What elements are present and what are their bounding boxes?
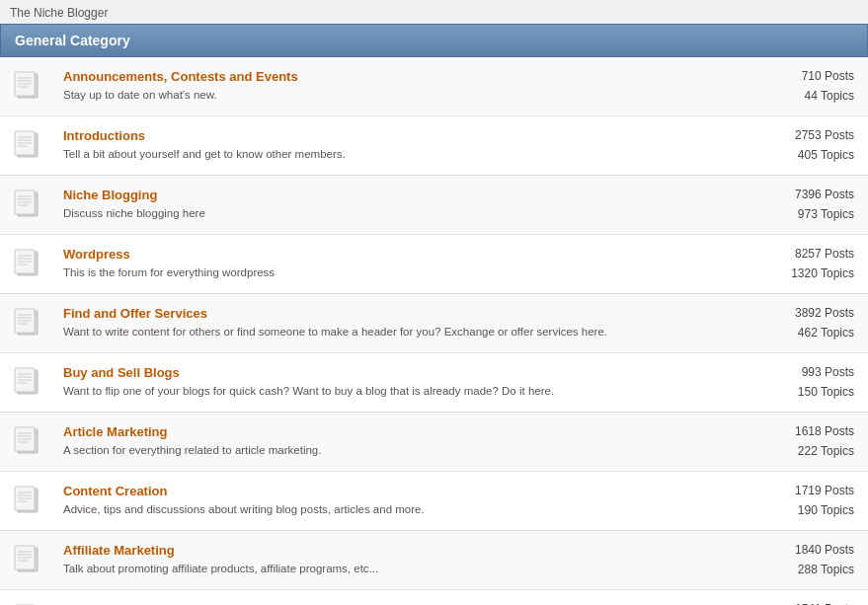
- forum-posts-count: 1840 Posts: [757, 541, 854, 560]
- site-title: The Niche Blogger: [0, 0, 868, 24]
- forum-posts-count: 3892 Posts: [757, 304, 854, 323]
- forum-icon-cell: [0, 294, 55, 353]
- forum-stats-cell: 3892 Posts462 Topics: [750, 294, 868, 353]
- forum-icon: [10, 67, 45, 103]
- forum-icon: [10, 186, 45, 221]
- forum-info-cell: Find and Offer ServicesWant to write con…: [55, 294, 750, 353]
- forum-icon-cell: [0, 531, 55, 590]
- forum-title-link[interactable]: Article Marketing: [63, 424, 167, 439]
- forum-row: Affiliate MarketingTalk about promoting …: [0, 531, 868, 590]
- forum-stats-cell: 1840 Posts288 Topics: [750, 531, 868, 590]
- forum-posts-count: 7396 Posts: [757, 186, 854, 204]
- forum-icon: [10, 482, 45, 517]
- forum-icon: [10, 304, 45, 340]
- forum-description: Tell a bit about yourself and get to kno…: [63, 146, 742, 162]
- forum-row: WordpressThis is the forum for everythin…: [0, 235, 868, 294]
- forum-stats-cell: 8257 Posts1320 Topics: [750, 235, 868, 294]
- forum-title-link[interactable]: Buy and Sell Blogs: [63, 365, 180, 380]
- forum-posts-count: 1541 Posts: [757, 600, 854, 605]
- forum-description: Discuss niche blogging here: [63, 205, 742, 221]
- forum-icon: [10, 245, 45, 280]
- forum-posts-count: 710 Posts: [757, 67, 854, 86]
- forum-row: Niche BloggingDiscuss niche blogging her…: [0, 176, 868, 235]
- forum-icon: [10, 126, 45, 162]
- forum-posts-count: 8257 Posts: [757, 245, 854, 264]
- forum-description: Advice, tips and discussions about writi…: [63, 501, 742, 517]
- forum-info-cell: WordpressThis is the forum for everythin…: [55, 235, 750, 294]
- forum-icon-cell: [0, 57, 55, 116]
- forum-info-cell: IntroductionsTell a bit about yourself a…: [55, 116, 750, 176]
- forum-info-cell: Content CreationAdvice, tips and discuss…: [55, 472, 750, 531]
- forum-info-cell: Niche BloggingDiscuss niche blogging her…: [55, 176, 750, 235]
- forum-topics-count: 288 Topics: [757, 561, 854, 579]
- forum-stats-cell: 1541 Posts186 Topics: [750, 590, 868, 606]
- forum-stats-cell: 2753 Posts405 Topics: [750, 116, 868, 176]
- forum-icon: [10, 541, 45, 576]
- forum-stats-cell: 710 Posts44 Topics: [750, 57, 868, 116]
- forum-topics-count: 1320 Topics: [757, 265, 854, 283]
- forum-row: Buy and Sell BlogsWant to flip one of yo…: [0, 353, 868, 413]
- forum-topics-count: 44 Topics: [757, 87, 854, 106]
- forum-title-link[interactable]: Content Creation: [63, 484, 167, 498]
- forum-description: A section for everything related to arti…: [63, 442, 742, 458]
- forum-topics-count: 405 Topics: [757, 146, 854, 165]
- forum-stats-cell: 7396 Posts973 Topics: [750, 176, 868, 235]
- forum-table: Announcements, Contests and EventsStay u…: [0, 57, 868, 605]
- forum-info-cell: Affiliate MarketingTalk about promoting …: [55, 531, 750, 590]
- forum-stats-cell: 1618 Posts222 Topics: [750, 413, 868, 472]
- forum-icon: [10, 363, 45, 399]
- forum-icon-cell: [0, 472, 55, 531]
- forum-posts-count: 1618 Posts: [757, 422, 854, 441]
- forum-title-link[interactable]: Introductions: [63, 128, 145, 143]
- forum-info-cell: Blog Traffic – Get More VisitorsDiscussi…: [55, 590, 750, 606]
- forum-topics-count: 190 Topics: [757, 501, 854, 520]
- forum-topics-count: 973 Topics: [757, 205, 854, 224]
- forum-title-link[interactable]: Wordpress: [63, 247, 130, 262]
- forum-title-link[interactable]: Announcements, Contests and Events: [63, 69, 298, 84]
- forum-info-cell: Buy and Sell BlogsWant to flip one of yo…: [55, 353, 750, 413]
- forum-icon: [10, 422, 45, 458]
- category-header: General Category: [0, 24, 868, 57]
- forum-title-link[interactable]: Niche Blogging: [63, 188, 157, 202]
- forum-row: Announcements, Contests and EventsStay u…: [0, 57, 868, 116]
- forum-description: Talk about promoting affiliate products,…: [63, 561, 742, 576]
- forum-topics-count: 222 Topics: [757, 442, 854, 461]
- forum-icon-cell: [0, 235, 55, 294]
- forum-topics-count: 462 Topics: [757, 324, 854, 342]
- forum-icon-cell: [0, 413, 55, 472]
- forum-stats-cell: 1719 Posts190 Topics: [750, 472, 868, 531]
- forum-posts-count: 993 Posts: [757, 363, 854, 382]
- forum-row: Find and Offer ServicesWant to write con…: [0, 294, 868, 353]
- forum-icon: [10, 600, 45, 605]
- forum-posts-count: 2753 Posts: [757, 126, 854, 145]
- forum-title-link[interactable]: Find and Offer Services: [63, 306, 207, 321]
- forum-title-link[interactable]: Affiliate Marketing: [63, 543, 175, 558]
- forum-row: Blog Traffic – Get More VisitorsDiscussi…: [0, 590, 868, 606]
- forum-info-cell: Article MarketingA section for everythin…: [55, 413, 750, 472]
- forum-row: Article MarketingA section for everythin…: [0, 413, 868, 472]
- forum-row: IntroductionsTell a bit about yourself a…: [0, 116, 868, 176]
- forum-description: Stay up to date on what's new.: [63, 87, 742, 103]
- forum-stats-cell: 993 Posts150 Topics: [750, 353, 868, 413]
- forum-icon-cell: [0, 116, 55, 176]
- forum-info-cell: Announcements, Contests and EventsStay u…: [55, 57, 750, 116]
- forum-description: Want to write content for others or find…: [63, 324, 742, 340]
- forum-row: Content CreationAdvice, tips and discuss…: [0, 472, 868, 531]
- forum-icon-cell: [0, 353, 55, 413]
- forum-description: This is the forum for everything wordpre…: [63, 265, 742, 280]
- forum-icon-cell: [0, 590, 55, 606]
- forum-icon-cell: [0, 176, 55, 235]
- forum-description: Want to flip one of your blogs for quick…: [63, 383, 742, 399]
- forum-posts-count: 1719 Posts: [757, 482, 854, 500]
- forum-topics-count: 150 Topics: [757, 383, 854, 402]
